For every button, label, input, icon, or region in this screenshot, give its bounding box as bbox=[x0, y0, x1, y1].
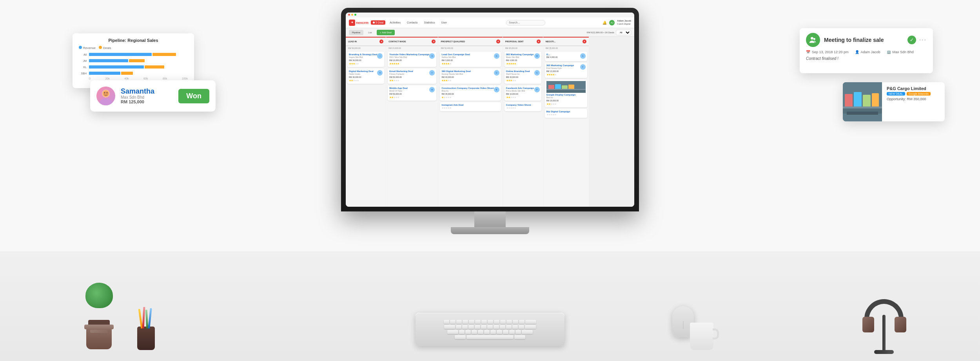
legend-deals: Deals bbox=[99, 46, 111, 50]
won-amount: RM 125,000 bbox=[121, 99, 173, 104]
list-button[interactable]: List bbox=[365, 30, 375, 35]
key bbox=[475, 320, 481, 324]
cargo-tags: NEW DEAL Google Adwords bbox=[887, 92, 940, 96]
svg-rect-15 bbox=[845, 94, 853, 108]
table-row[interactable]: Digital Marketing Deal Habbi Creals RM 4… bbox=[347, 69, 384, 84]
logo-text: nexcrm bbox=[356, 21, 368, 25]
minimize-dot[interactable] bbox=[351, 14, 353, 16]
meeting-header: Meeting to finalize sale ✓ ··· bbox=[806, 33, 927, 47]
filter-select[interactable]: All bbox=[616, 30, 631, 35]
logo-icon: ✦ bbox=[349, 20, 355, 26]
key bbox=[500, 325, 505, 329]
table-row[interactable]: Branding & Strategy Deal Inspire Sdn Bhd… bbox=[347, 52, 384, 67]
add-deal-button[interactable]: + Add Deal bbox=[377, 30, 395, 35]
key bbox=[472, 330, 477, 334]
table-row[interactable]: Lead Gen Campaign Deal Delrica Sdn Bhd R… bbox=[440, 52, 501, 67]
meeting-assignee: 👤 Adam Jacob bbox=[855, 50, 880, 54]
svg-point-8 bbox=[100, 98, 112, 105]
kanban-col-proposal: PROPOSAL SENT 4 RM 65,000.00 360 Marketi… bbox=[503, 37, 543, 207]
crm-logo: ✦ nexcrm bbox=[349, 20, 368, 26]
bar-orange-all bbox=[152, 53, 176, 56]
table-row[interactable]: Email Marketing Deal Fitness Fantastic R… bbox=[388, 69, 436, 84]
table-row[interactable]: Online Branding Deal Shell House Inc RM … bbox=[505, 69, 541, 84]
headphone-base bbox=[874, 350, 894, 354]
meeting-title: Meeting to finalize sale bbox=[824, 37, 907, 43]
table-row[interactable]: 360 Marketing Campaign Maxis Sdn Bhd RM … bbox=[505, 52, 541, 67]
table-row[interactable]: 360 Marketing Campaign First Fitness Gym… bbox=[545, 63, 587, 78]
meeting-more-icon[interactable]: ··· bbox=[919, 36, 927, 43]
nav-contacts[interactable]: Contacts bbox=[405, 20, 420, 25]
pencil-cup bbox=[137, 327, 155, 350]
user-avatar: AJ bbox=[609, 20, 615, 25]
key-shift bbox=[522, 330, 533, 334]
key bbox=[468, 325, 474, 329]
key bbox=[450, 320, 456, 324]
key bbox=[512, 325, 518, 329]
chart-row-jm: JM bbox=[79, 58, 188, 63]
key-shift-l bbox=[455, 335, 466, 339]
nav-activities[interactable]: Activities bbox=[388, 20, 403, 25]
legend-revenue: Revenue bbox=[79, 46, 96, 50]
logo-symbol: ✦ bbox=[351, 21, 354, 24]
cargo-card-image bbox=[546, 81, 586, 93]
kanban-board: LEAD IN 4 RM 56,000.00 Branding & Strate… bbox=[346, 37, 634, 207]
cargo-info: P&G Cargo Limited NEW DEAL Google Adword… bbox=[882, 82, 945, 121]
chart-row-kl: KL bbox=[79, 65, 188, 69]
nav-statistics[interactable]: Statistics bbox=[422, 20, 437, 25]
lead-cards: Branding & Strategy Deal Inspire Sdn Bhd… bbox=[346, 50, 386, 207]
meeting-check-icon[interactable]: ✓ bbox=[907, 36, 916, 44]
close-dot[interactable] bbox=[348, 14, 350, 16]
table-row[interactable]: Google Display Campaign Red Inc RM 20,00… bbox=[545, 79, 587, 107]
kanban-col-nego: NEGOTI... 4 RM 35,000.00 G... RM 4,000.0… bbox=[543, 37, 589, 207]
monitor-container: ✦ nexcrm 5 Deal Activities Contacts Stat… bbox=[341, 8, 639, 234]
key bbox=[500, 320, 506, 324]
table-row[interactable]: Mai Digital Campaign ★★★★★ bbox=[545, 109, 587, 118]
headphone-ear-left bbox=[862, 317, 874, 332]
key bbox=[519, 325, 524, 329]
maximize-dot[interactable] bbox=[354, 14, 356, 16]
table-row[interactable]: Youtube Video Marketing Campaign OKO Tel… bbox=[388, 52, 436, 67]
table-row[interactable]: 360 Digital Marketing Deal Destroy Towel… bbox=[440, 69, 501, 84]
nav-user[interactable]: User bbox=[439, 20, 449, 25]
key-tab bbox=[444, 325, 455, 329]
pipeline-button[interactable]: Pipeline bbox=[349, 30, 363, 35]
mug-body bbox=[690, 323, 713, 350]
keyboard-row-1 bbox=[418, 320, 562, 324]
key bbox=[519, 320, 524, 324]
monitor-stand-neck bbox=[474, 211, 506, 227]
won-info: Samantha Max Sdn Bhd RM 125,000 bbox=[121, 88, 173, 105]
pencil-holder bbox=[137, 327, 155, 350]
table-row[interactable]: Instagram Ads Deal ★★★★★ bbox=[440, 102, 501, 111]
svg-rect-6 bbox=[546, 89, 586, 90]
col-header-lead: LEAD IN 4 bbox=[346, 38, 386, 46]
key bbox=[503, 330, 508, 334]
table-row[interactable]: Company Video Shoot ★★★★★ bbox=[505, 102, 541, 111]
table-row[interactable]: Facebook Ads Campaign Prima Media Sdn Bh… bbox=[505, 85, 541, 101]
svg-rect-17 bbox=[863, 95, 871, 108]
nego-badge: 4 bbox=[583, 40, 586, 43]
table-row[interactable]: G... RM 4,000.00 G bbox=[545, 52, 587, 61]
coffee-mug bbox=[690, 323, 713, 350]
crm-toolbar: Pipeline List + Add Deal RM 622,999.00 •… bbox=[346, 28, 634, 37]
table-row[interactable]: Mobile App Deal World Of Taew RM 50,000.… bbox=[388, 85, 436, 101]
contact-badge: 4 bbox=[432, 40, 436, 43]
bar-blue-sbh bbox=[89, 72, 120, 75]
svg-point-9 bbox=[103, 90, 109, 97]
cargo-panel: P&G Cargo Limited NEW DEAL Google Adword… bbox=[843, 82, 945, 121]
prospect-cards: Lead Gen Campaign Deal Delrica Sdn Bhd R… bbox=[438, 50, 502, 207]
key bbox=[497, 330, 502, 334]
chart-row-sbh: SBH bbox=[79, 71, 188, 76]
legend-dot-deals bbox=[99, 46, 102, 49]
bell-icon[interactable]: 🔔 bbox=[603, 21, 607, 25]
key bbox=[459, 330, 465, 334]
key bbox=[506, 320, 512, 324]
headphone-ear-right bbox=[895, 317, 906, 332]
won-company: Max Sdn Bhd bbox=[121, 95, 173, 99]
meeting-meta: 📅 Sep 13, 2018 12:20 pm 👤 Adam Jacob 🏢 M… bbox=[806, 50, 927, 54]
keyboard bbox=[416, 313, 564, 346]
meeting-people-icon bbox=[806, 33, 820, 47]
search-input[interactable] bbox=[506, 20, 545, 25]
nav-search-container bbox=[451, 20, 600, 25]
table-row[interactable]: Construction Company Corporate Video Sho… bbox=[440, 85, 501, 101]
nav-deal[interactable]: 5 Deal bbox=[371, 20, 385, 25]
